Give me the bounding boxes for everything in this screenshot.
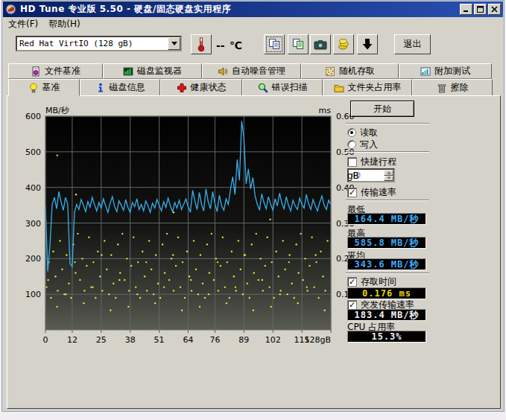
svg-text:400: 400 [25,183,41,193]
tab-health[interactable]: 健康状态 [160,79,242,96]
spinner-up-icon [387,171,391,174]
burst-rate-display: 183.4 MB/秒 [347,309,426,321]
tab-folder-usage[interactable]: 文件夹占用率 [323,79,412,96]
temperature-unit: ℃ [230,39,242,51]
separator [346,273,429,274]
separator [346,200,429,201]
access-time-row[interactable]: ✓ 存取时间 [347,276,396,287]
separator [346,123,429,124]
tab-label: 随机存取 [339,65,375,77]
spinner-down-button[interactable] [384,176,393,182]
tab-strip-row2: 基准 磁盘信息 健康状态 错误扫描 [8,79,493,96]
window-title: HD Tune 专业版 5.50 - 硬盘/固态硬盘实用程序 [20,3,231,16]
health-cross-icon [177,83,187,93]
tab-disk-info[interactable]: 磁盘信息 [80,79,160,96]
temperature-value: -- [216,39,225,51]
start-button[interactable]: 开始 [350,101,414,117]
tab-erase[interactable]: 擦除 [412,79,493,96]
svg-text:51: 51 [154,335,165,345]
tab-label: 文件夹占用率 [348,81,402,94]
min-value-display: 164.4 MB/秒 [347,213,426,225]
avg-value-display: 343.6 MB/秒 [347,258,426,270]
tab-disk-monitor[interactable]: 磁盘监视器 [103,63,202,79]
svg-text:12: 12 [67,335,78,345]
random-access-icon [325,66,335,77]
download-arrow-icon [361,38,373,51]
svg-text:128gB: 128gB [304,335,331,345]
save-button[interactable] [357,34,378,54]
chevron-down-icon [171,42,177,45]
close-button[interactable] [488,4,501,15]
magnifier-icon [258,83,268,93]
transfer-rate-label: 传输速率 [361,186,396,199]
cpu-usage-display: 15.3% [347,331,426,343]
separator [346,151,429,153]
short-stroke-checkbox[interactable] [347,157,357,167]
short-stroke-label: 快捷行程 [361,156,396,168]
drive-select[interactable]: Red Hat VirtIO (128 gB) [16,36,182,51]
burst-rate-checkbox[interactable]: ✓ [347,300,357,310]
minimize-icon [463,6,469,13]
copy-image-button[interactable] [288,34,309,54]
tab-label: 自动噪音管理 [232,65,285,77]
spinner-up-button[interactable] [384,170,393,176]
app-window: HD Tune 专业版 5.50 - 硬盘/固态硬盘实用程序 文件(F) 帮助(… [1,0,505,412]
speaker-icon [218,66,228,77]
transfer-rate-row[interactable]: ✓ 传输速率 [347,187,396,197]
camera-icon [314,39,327,50]
copy-text-button[interactable] [264,34,285,54]
svg-text:200: 200 [25,254,41,264]
read-radio-row[interactable]: 读取 [347,127,378,138]
menu-help[interactable]: 帮助(H) [43,16,85,32]
menu-file[interactable]: 文件(F) [3,16,43,32]
drive-select-dropdown-button[interactable] [168,37,180,50]
transfer-rate-checkbox[interactable]: ✓ [347,188,357,197]
file-benchmark-icon [31,66,41,77]
toolbar: Red Hat VirtIO (128 gB) -- ℃ [3,31,503,60]
drive-select-value: Red Hat VirtIO (128 gB) [17,39,168,48]
short-stroke-row[interactable]: 快捷行程 [347,156,396,167]
access-time-label: 存取时间 [361,276,396,288]
chart-canvas: 012253851647689102115128gB10020030040050… [21,105,373,351]
access-time-checkbox[interactable]: ✓ [347,277,357,287]
minimize-button[interactable] [460,4,472,15]
tab-noise-management[interactable]: 自动噪音管理 [202,63,301,79]
exit-button-label: 退出 [404,38,422,51]
tab-file-benchmark[interactable]: 文件基准 [8,63,103,79]
write-radio[interactable] [347,140,356,149]
max-value-display: 585.8 MB/秒 [347,237,426,249]
tab-strip-row1: 文件基准 磁盘监视器 自动噪音管理 随机 [8,63,492,79]
donate-button[interactable] [333,34,354,54]
close-icon [491,6,498,13]
tab-random-access[interactable]: 随机存取 [301,63,399,79]
read-radio[interactable] [347,128,356,137]
thermometer-icon [196,37,206,52]
temperature-button[interactable] [191,34,212,54]
copy-image-icon [292,38,305,51]
svg-text:38: 38 [125,335,136,345]
info-icon [95,83,106,93]
tab-extra-tests[interactable]: 附加测试 [399,63,492,79]
benchmark-chart: 012253851647689102115128gB10020030040050… [21,105,373,351]
burst-rate-row[interactable]: ✓ 突发传输速率 [347,299,414,310]
tab-benchmark[interactable]: 基准 [8,79,80,96]
capacity-unit-label: gB [347,171,359,181]
svg-text:500: 500 [25,147,41,157]
copy-icon [268,38,281,51]
maximize-button[interactable] [474,4,487,15]
coins-icon [338,38,350,51]
write-radio-row[interactable]: 写入 [347,139,378,150]
svg-text:MB/秒: MB/秒 [45,106,70,115]
svg-text:300: 300 [25,219,41,229]
tab-label: 错误扫描 [272,81,308,94]
svg-text:600: 600 [25,112,41,121]
folder-icon [334,83,344,93]
svg-text:ms: ms [319,106,332,115]
benchmark-panel: 012253851647689102115128gB10020030040050… [7,95,501,409]
exit-button[interactable]: 退出 [394,34,431,54]
tab-label: 磁盘信息 [110,81,145,94]
tab-label: 擦除 [451,81,469,94]
disk-monitor-icon [123,66,133,77]
screenshot-button[interactable] [310,34,331,54]
tab-error-scan[interactable]: 错误扫描 [242,79,323,96]
